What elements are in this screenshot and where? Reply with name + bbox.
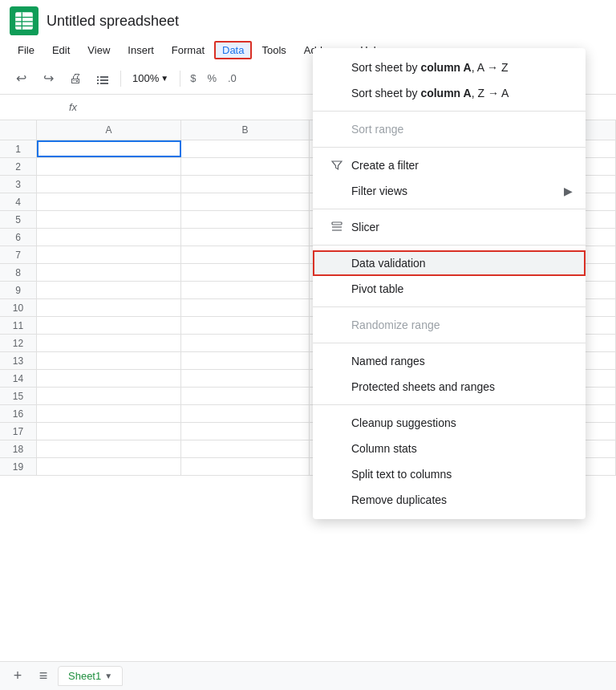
sort-az-label: Sort sheet by column A, A → Z <box>351 61 509 74</box>
data-dropdown-menu: Sort sheet by column A, A → Z Sort sheet… <box>313 48 586 519</box>
create-filter-label: Create a filter <box>351 159 419 172</box>
dropdown-overlay[interactable]: Sort sheet by column A, A → Z Sort sheet… <box>0 0 616 690</box>
slicer-label: Slicer <box>351 221 379 233</box>
remove-duplicates-label: Remove duplicates <box>351 493 447 506</box>
data-validation-option[interactable]: Data validation <box>313 250 586 276</box>
column-stats-label: Column stats <box>351 442 417 455</box>
named-ranges-option[interactable]: Named ranges <box>313 348 586 374</box>
menu-divider-1 <box>313 111 586 112</box>
sort-za-label: Sort sheet by column A, Z → A <box>351 87 509 99</box>
randomize-range-label: Randomize range <box>351 319 440 331</box>
menu-divider-3 <box>313 209 586 209</box>
slicer-icon <box>329 221 345 233</box>
data-validation-label: Data validation <box>351 257 426 270</box>
split-text-option[interactable]: Split text to columns <box>313 461 586 487</box>
named-ranges-label: Named ranges <box>351 355 425 367</box>
filter-icon <box>329 160 345 171</box>
menu-divider-7 <box>313 404 586 405</box>
cleanup-suggestions-label: Cleanup suggestions <box>351 416 456 429</box>
sort-range-label: Sort range <box>351 123 403 136</box>
menu-divider-6 <box>313 343 586 343</box>
sort-range-option: Sort range <box>313 116 586 142</box>
slicer-option[interactable]: Slicer <box>313 214 586 240</box>
menu-divider-4 <box>313 245 586 246</box>
remove-duplicates-option[interactable]: Remove duplicates <box>313 487 586 513</box>
randomize-range-option: Randomize range <box>313 312 586 338</box>
menu-divider-5 <box>313 306 586 307</box>
sort-za-option[interactable]: Sort sheet by column A, Z → A <box>313 80 586 106</box>
pivot-table-option[interactable]: Pivot table <box>313 276 586 302</box>
pivot-table-label: Pivot table <box>351 282 403 295</box>
filter-views-submenu-icon: ▶ <box>564 185 573 197</box>
column-stats-option[interactable]: Column stats <box>313 436 586 461</box>
sort-az-option[interactable]: Sort sheet by column A, A → Z <box>313 55 586 80</box>
filter-views-option[interactable]: Filter views ▶ <box>313 178 586 204</box>
protected-sheets-option[interactable]: Protected sheets and ranges <box>313 374 586 400</box>
create-filter-option[interactable]: Create a filter <box>313 152 586 178</box>
protected-sheets-label: Protected sheets and ranges <box>351 380 495 393</box>
cleanup-suggestions-option[interactable]: Cleanup suggestions <box>313 410 586 436</box>
svg-rect-6 <box>332 222 342 225</box>
split-text-label: Split text to columns <box>351 468 452 481</box>
filter-views-label: Filter views <box>351 185 407 197</box>
menu-divider-2 <box>313 147 586 148</box>
